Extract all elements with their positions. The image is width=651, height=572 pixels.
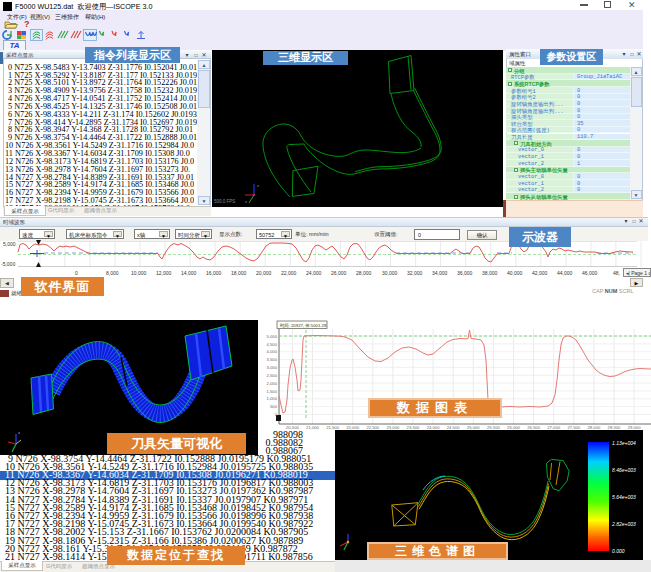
- svg-text:4,500: 4,500: [267, 342, 278, 347]
- svg-text:23,000: 23,000: [386, 425, 399, 430]
- svg-text:28,500: 28,500: [608, 425, 621, 430]
- svg-text:26,500: 26,500: [527, 425, 540, 430]
- svg-text:24,000: 24,000: [427, 425, 440, 430]
- svg-text:4,000: 4,000: [267, 349, 278, 354]
- svg-text:27,500: 27,500: [567, 425, 580, 430]
- svg-text:25,000: 25,000: [467, 425, 480, 430]
- svg-text:8.46e+003: 8.46e+003: [612, 467, 636, 473]
- svg-text:1.13e+004: 1.13e+004: [612, 440, 636, 446]
- svg-text:26,000: 26,000: [507, 425, 520, 430]
- svg-text:5,000: 5,000: [267, 334, 278, 339]
- svg-text:500.0 FPS: 500.0 FPS: [214, 199, 235, 204]
- svg-text:28,000: 28,000: [587, 425, 600, 430]
- svg-text:2,500: 2,500: [267, 373, 278, 378]
- svg-text:500: 500: [270, 404, 278, 409]
- svg-text:5.64e+003: 5.64e+003: [612, 494, 636, 500]
- svg-text:29,000: 29,000: [628, 425, 641, 430]
- svg-text:25,500: 25,500: [487, 425, 500, 430]
- svg-text:3,500: 3,500: [267, 357, 278, 362]
- svg-text:z: z: [18, 430, 20, 435]
- svg-text:21,000: 21,000: [306, 425, 319, 430]
- svg-text:22,000: 22,000: [346, 425, 359, 430]
- svg-text:2,000: 2,000: [267, 381, 278, 386]
- svg-text:0.000: 0.000: [612, 548, 625, 554]
- svg-text:-5,000: -5,000: [1, 261, 15, 267]
- svg-text:1,000: 1,000: [267, 396, 278, 401]
- svg-text:22,500: 22,500: [366, 425, 379, 430]
- svg-text:x: x: [245, 199, 247, 204]
- svg-text:1,500: 1,500: [267, 389, 278, 394]
- svg-text:2.82e+003: 2.82e+003: [611, 521, 636, 527]
- svg-text:z: z: [257, 183, 259, 188]
- svg-text:23,500: 23,500: [407, 425, 420, 430]
- svg-text:3,000: 3,000: [267, 365, 278, 370]
- svg-text:27,000: 27,000: [547, 425, 560, 430]
- svg-text:5,000: 5,000: [3, 241, 16, 247]
- svg-text:24,500: 24,500: [447, 425, 460, 430]
- svg-text:21,500: 21,500: [326, 425, 339, 430]
